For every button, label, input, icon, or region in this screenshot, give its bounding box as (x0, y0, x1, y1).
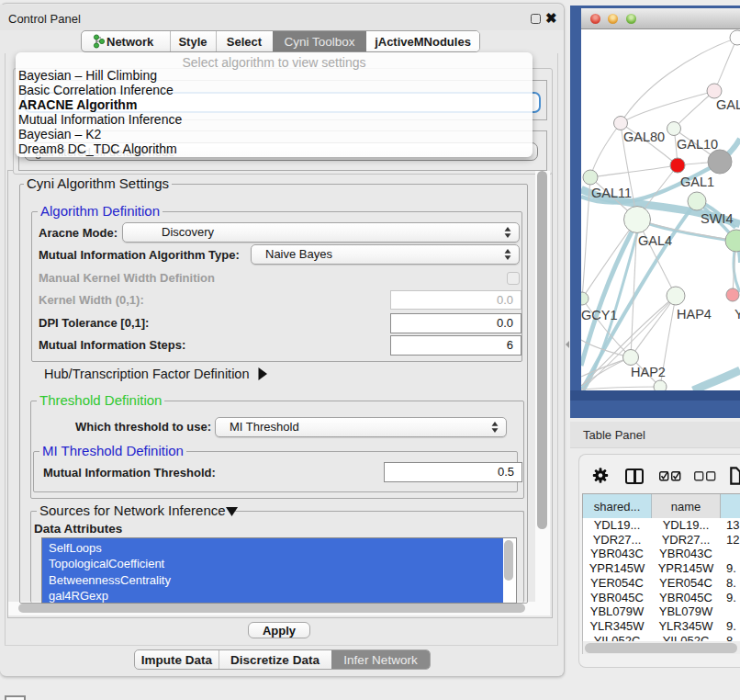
svg-text:SWI4: SWI4 (701, 211, 733, 226)
svg-text:HAP4: HAP4 (677, 307, 712, 322)
svg-text:GCY1: GCY1 (581, 308, 618, 322)
svg-text:Y: Y (734, 307, 740, 322)
svg-text:GAL: GAL (716, 97, 740, 112)
svg-text:GAL80: GAL80 (623, 130, 665, 144)
svg-text:GAL11: GAL11 (591, 186, 632, 200)
svg-text:GAL10: GAL10 (677, 137, 718, 152)
svg-text:GAL1: GAL1 (680, 175, 714, 189)
svg-text:GAL4: GAL4 (638, 233, 672, 248)
svg-text:HAP2: HAP2 (631, 365, 666, 379)
